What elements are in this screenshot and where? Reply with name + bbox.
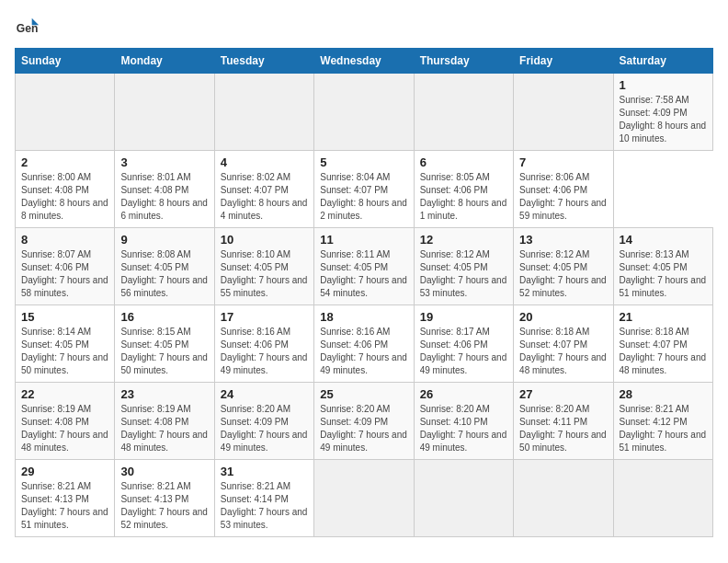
day-number: 18	[320, 310, 407, 324]
day-number: 11	[320, 233, 407, 247]
calendar-cell: 19Sunrise: 8:17 AMSunset: 4:06 PMDayligh…	[414, 305, 513, 383]
day-info: Sunrise: 8:14 AMSunset: 4:05 PMDaylight:…	[21, 326, 108, 377]
day-number: 12	[420, 233, 507, 247]
day-number: 21	[620, 310, 707, 324]
day-info: Sunrise: 8:05 AMSunset: 4:06 PMDaylight:…	[420, 171, 507, 223]
day-number: 5	[320, 155, 407, 169]
calendar-header-row: SundayMondayTuesdayWednesdayThursdayFrid…	[16, 49, 713, 74]
calendar-cell	[514, 460, 613, 537]
day-number: 26	[420, 387, 507, 401]
calendar-cell	[314, 74, 414, 151]
page-header: Gen	[15, 15, 713, 40]
week-row-1: 2Sunrise: 8:00 AMSunset: 4:08 PMDaylight…	[16, 151, 713, 228]
week-row-2: 8Sunrise: 8:07 AMSunset: 4:06 PMDaylight…	[16, 228, 713, 305]
day-number: 2	[21, 155, 108, 169]
day-info: Sunrise: 8:21 AMSunset: 4:12 PMDaylight:…	[620, 403, 707, 454]
calendar-cell: 27Sunrise: 8:20 AMSunset: 4:11 PMDayligh…	[514, 383, 613, 460]
calendar-cell: 7Sunrise: 8:06 AMSunset: 4:06 PMDaylight…	[514, 151, 613, 228]
calendar-cell: 23Sunrise: 8:19 AMSunset: 4:08 PMDayligh…	[115, 383, 214, 460]
calendar-cell: 22Sunrise: 8:19 AMSunset: 4:08 PMDayligh…	[16, 383, 115, 460]
day-info: Sunrise: 8:10 AMSunset: 4:05 PMDaylight:…	[221, 248, 308, 300]
day-number: 19	[420, 310, 507, 324]
calendar-cell: 10Sunrise: 8:10 AMSunset: 4:05 PMDayligh…	[214, 228, 313, 305]
day-number: 7	[519, 155, 607, 169]
calendar-cell: 29Sunrise: 8:21 AMSunset: 4:13 PMDayligh…	[16, 460, 115, 537]
calendar-cell: 31Sunrise: 8:21 AMSunset: 4:14 PMDayligh…	[214, 460, 313, 537]
col-header-wednesday: Wednesday	[314, 49, 414, 74]
calendar-cell	[514, 74, 613, 151]
col-header-monday: Monday	[115, 49, 214, 74]
day-info: Sunrise: 8:21 AMSunset: 4:13 PMDaylight:…	[120, 480, 208, 532]
calendar-cell: 16Sunrise: 8:15 AMSunset: 4:05 PMDayligh…	[115, 305, 214, 383]
col-header-sunday: Sunday	[16, 49, 115, 74]
calendar-cell	[16, 74, 115, 151]
calendar-cell	[613, 460, 712, 537]
day-info: Sunrise: 8:20 AMSunset: 4:11 PMDaylight:…	[519, 403, 607, 454]
col-header-tuesday: Tuesday	[214, 49, 313, 74]
calendar-cell: 18Sunrise: 8:16 AMSunset: 4:06 PMDayligh…	[314, 305, 414, 383]
calendar-cell: 6Sunrise: 8:05 AMSunset: 4:06 PMDaylight…	[414, 151, 513, 228]
calendar-cell: 25Sunrise: 8:20 AMSunset: 4:09 PMDayligh…	[314, 383, 414, 460]
day-info: Sunrise: 8:00 AMSunset: 4:08 PMDaylight:…	[21, 171, 108, 223]
day-info: Sunrise: 8:18 AMSunset: 4:07 PMDaylight:…	[519, 326, 607, 377]
day-info: Sunrise: 8:20 AMSunset: 4:10 PMDaylight:…	[420, 403, 507, 454]
day-number: 6	[420, 155, 507, 169]
day-info: Sunrise: 8:02 AMSunset: 4:07 PMDaylight:…	[221, 171, 308, 223]
day-number: 10	[221, 233, 308, 247]
day-number: 14	[620, 233, 707, 247]
day-number: 9	[120, 233, 208, 247]
calendar-cell: 21Sunrise: 8:18 AMSunset: 4:07 PMDayligh…	[613, 305, 712, 383]
calendar-cell: 12Sunrise: 8:12 AMSunset: 4:05 PMDayligh…	[414, 228, 513, 305]
day-number: 22	[21, 387, 108, 401]
week-row-5: 29Sunrise: 8:21 AMSunset: 4:13 PMDayligh…	[16, 460, 713, 537]
calendar-cell: 2Sunrise: 8:00 AMSunset: 4:08 PMDaylight…	[16, 151, 115, 228]
calendar-cell: 14Sunrise: 8:13 AMSunset: 4:05 PMDayligh…	[613, 228, 712, 305]
logo: Gen	[15, 15, 44, 40]
day-number: 20	[519, 310, 607, 324]
calendar-cell: 11Sunrise: 8:11 AMSunset: 4:05 PMDayligh…	[314, 228, 414, 305]
day-info: Sunrise: 8:06 AMSunset: 4:06 PMDaylight:…	[519, 171, 607, 223]
day-number: 27	[519, 387, 607, 401]
calendar-table: SundayMondayTuesdayWednesdayThursdayFrid…	[15, 48, 713, 537]
day-number: 31	[221, 465, 308, 478]
calendar-cell: 8Sunrise: 8:07 AMSunset: 4:06 PMDaylight…	[16, 228, 115, 305]
logo-icon: Gen	[15, 15, 40, 40]
day-info: Sunrise: 8:12 AMSunset: 4:05 PMDaylight:…	[519, 248, 607, 300]
calendar-cell: 15Sunrise: 8:14 AMSunset: 4:05 PMDayligh…	[16, 305, 115, 383]
day-number: 25	[320, 387, 407, 401]
day-number: 28	[620, 387, 707, 401]
day-number: 23	[120, 387, 208, 401]
day-info: Sunrise: 8:13 AMSunset: 4:05 PMDaylight:…	[620, 248, 707, 300]
day-number: 24	[221, 387, 308, 401]
calendar-cell: 20Sunrise: 8:18 AMSunset: 4:07 PMDayligh…	[514, 305, 613, 383]
day-info: Sunrise: 8:08 AMSunset: 4:05 PMDaylight:…	[120, 248, 208, 300]
col-header-thursday: Thursday	[414, 49, 513, 74]
calendar-cell: 28Sunrise: 8:21 AMSunset: 4:12 PMDayligh…	[613, 383, 712, 460]
day-number: 15	[21, 310, 108, 324]
day-info: Sunrise: 8:20 AMSunset: 4:09 PMDaylight:…	[221, 403, 308, 454]
col-header-friday: Friday	[514, 49, 613, 74]
day-info: Sunrise: 8:15 AMSunset: 4:05 PMDaylight:…	[120, 326, 208, 377]
day-number: 1	[620, 78, 707, 92]
day-info: Sunrise: 8:11 AMSunset: 4:05 PMDaylight:…	[320, 248, 407, 300]
day-info: Sunrise: 8:20 AMSunset: 4:09 PMDaylight:…	[320, 403, 407, 454]
col-header-saturday: Saturday	[613, 49, 712, 74]
day-number: 13	[519, 233, 607, 247]
calendar-cell: 3Sunrise: 8:01 AMSunset: 4:08 PMDaylight…	[115, 151, 214, 228]
day-info: Sunrise: 8:01 AMSunset: 4:08 PMDaylight:…	[120, 171, 208, 223]
week-row-4: 22Sunrise: 8:19 AMSunset: 4:08 PMDayligh…	[16, 383, 713, 460]
calendar-cell: 5Sunrise: 8:04 AMSunset: 4:07 PMDaylight…	[314, 151, 414, 228]
calendar-cell	[214, 74, 313, 151]
day-info: Sunrise: 8:18 AMSunset: 4:07 PMDaylight:…	[620, 326, 707, 377]
calendar-cell	[115, 74, 214, 151]
day-number: 30	[120, 465, 208, 478]
calendar-cell: 26Sunrise: 8:20 AMSunset: 4:10 PMDayligh…	[414, 383, 513, 460]
day-info: Sunrise: 8:16 AMSunset: 4:06 PMDaylight:…	[221, 326, 308, 377]
day-number: 3	[120, 155, 208, 169]
day-info: Sunrise: 8:19 AMSunset: 4:08 PMDaylight:…	[21, 403, 108, 454]
day-number: 29	[21, 465, 108, 478]
calendar-cell: 1Sunrise: 7:58 AMSunset: 4:09 PMDaylight…	[613, 74, 712, 151]
day-number: 4	[221, 155, 308, 169]
calendar-cell: 17Sunrise: 8:16 AMSunset: 4:06 PMDayligh…	[214, 305, 313, 383]
day-info: Sunrise: 8:04 AMSunset: 4:07 PMDaylight:…	[320, 171, 407, 223]
